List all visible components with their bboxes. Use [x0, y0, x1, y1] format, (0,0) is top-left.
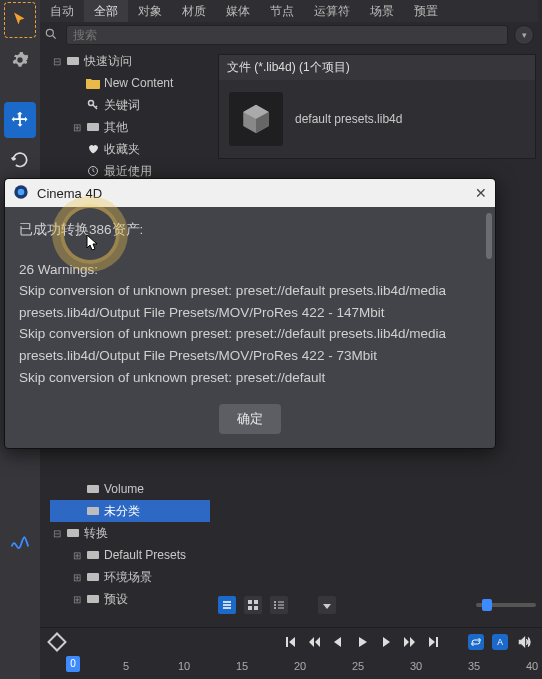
tree-item-favorites[interactable]: 收藏夹 — [50, 138, 210, 160]
tab-object[interactable]: 对象 — [128, 0, 172, 22]
close-icon[interactable]: ✕ — [475, 185, 487, 201]
dialog-titlebar[interactable]: Cinema 4D ✕ — [5, 179, 495, 207]
thumb-size-slider[interactable] — [476, 603, 536, 607]
autokey-icon[interactable]: A — [492, 634, 508, 650]
tree-root[interactable]: ⊟ 快速访问 — [50, 50, 210, 72]
box-icon — [86, 506, 100, 516]
settings-tool[interactable] — [4, 42, 36, 78]
key-icon — [86, 99, 100, 111]
box-icon — [86, 484, 100, 494]
tree-item-preset[interactable]: ⊞ 预设 — [50, 588, 210, 610]
view-grid-icon[interactable] — [244, 596, 262, 614]
expand-icon[interactable]: ⊞ — [72, 572, 82, 583]
tree-label: 其他 — [104, 119, 128, 136]
dialog-warning-line: Skip conversion of unknown preset: prese… — [19, 367, 481, 389]
category-tabs: 自动 全部 对象 材质 媒体 节点 运算符 场景 预置 — [40, 0, 538, 22]
sort-icon[interactable] — [318, 596, 336, 614]
tree-label: 未分类 — [104, 503, 140, 520]
svg-point-17 — [274, 601, 276, 603]
slider-knob[interactable] — [482, 599, 492, 611]
view-details-icon[interactable] — [270, 596, 288, 614]
tree-item-default-presets[interactable]: ⊞ Default Presets — [50, 544, 210, 566]
tree-item-uncategorized[interactable]: 未分类 — [50, 500, 210, 522]
tree-label: 环境场景 — [104, 569, 152, 586]
tab-auto[interactable]: 自动 — [40, 0, 84, 22]
sound-icon[interactable] — [516, 634, 532, 650]
svg-rect-15 — [248, 606, 252, 610]
tab-operator[interactable]: 运算符 — [304, 0, 360, 22]
box-icon — [86, 122, 100, 132]
file-panel-header: 文件 (*.lib4d) (1个项目) — [219, 55, 535, 80]
search-input[interactable] — [66, 25, 508, 45]
box-icon — [86, 550, 100, 560]
keyframe-icon[interactable] — [47, 632, 67, 652]
svg-point-19 — [274, 607, 276, 609]
tree-item-convert[interactable]: ⊟ 转换 — [50, 522, 210, 544]
tree-label: Default Presets — [104, 548, 186, 562]
select-tool[interactable] — [4, 2, 36, 38]
view-toolbar — [218, 594, 536, 616]
tree-item-env-scene[interactable]: ⊞ 环境场景 — [50, 566, 210, 588]
file-panel: 文件 (*.lib4d) (1个项目) default presets.lib4… — [218, 54, 536, 159]
goto-start-icon[interactable] — [282, 634, 298, 650]
expand-icon[interactable]: ⊞ — [72, 550, 82, 561]
svg-rect-12 — [87, 595, 99, 603]
dialog-warning-line: Skip conversion of unknown preset: prese… — [19, 280, 481, 323]
tree-item-keyword[interactable]: 关键词 — [50, 94, 210, 116]
svg-point-6 — [18, 188, 25, 195]
search-dropdown[interactable]: ▾ — [514, 25, 534, 45]
app-icon — [13, 184, 29, 203]
tree-item-volume[interactable]: Volume — [50, 478, 210, 500]
collapse-icon[interactable]: ⊟ — [52, 528, 62, 539]
tick: 35 — [468, 660, 480, 672]
tree-item-newcontent[interactable]: New Content — [50, 72, 210, 94]
file-label: default presets.lib4d — [295, 112, 402, 126]
tree-item-other[interactable]: ⊞ 其他 — [50, 116, 210, 138]
expand-icon[interactable]: ⊞ — [72, 122, 82, 133]
tab-all[interactable]: 全部 — [84, 0, 128, 22]
dialog-warning-line: Skip conversion of unknown preset: prese… — [19, 323, 481, 366]
next-frame-icon[interactable] — [378, 634, 394, 650]
loop-icon[interactable] — [468, 634, 484, 650]
timeline-ruler[interactable]: 0 5 10 15 20 25 30 35 40 — [40, 656, 542, 678]
file-item[interactable]: default presets.lib4d — [219, 80, 535, 158]
clock-icon — [86, 165, 100, 177]
tick: 15 — [236, 660, 248, 672]
tab-node[interactable]: 节点 — [260, 0, 304, 22]
tick: 10 — [178, 660, 190, 672]
tree-label: 快速访问 — [84, 53, 132, 70]
expand-icon[interactable]: ⊞ — [72, 594, 82, 605]
prev-key-icon[interactable] — [306, 634, 322, 650]
spline-tool[interactable] — [4, 523, 36, 559]
tab-preset[interactable]: 预置 — [404, 0, 448, 22]
svg-rect-3 — [87, 123, 99, 131]
tab-media[interactable]: 媒体 — [216, 0, 260, 22]
svg-rect-16 — [254, 606, 258, 610]
scrollbar-thumb[interactable] — [486, 213, 492, 259]
ok-button[interactable]: 确定 — [219, 404, 281, 434]
tick: 20 — [294, 660, 306, 672]
move-tool[interactable] — [4, 102, 36, 138]
rotate-tool[interactable] — [4, 142, 36, 178]
tick: 5 — [123, 660, 129, 672]
dialog-warnings-header: 26 Warnings: — [19, 259, 481, 281]
svg-rect-14 — [254, 600, 258, 604]
svg-text:A: A — [497, 637, 503, 647]
play-icon[interactable] — [354, 634, 370, 650]
dialog-footer: 确定 — [5, 394, 495, 448]
goto-end-icon[interactable] — [426, 634, 442, 650]
view-list-icon[interactable] — [218, 596, 236, 614]
collapse-icon[interactable]: ⊟ — [52, 56, 62, 67]
tab-material[interactable]: 材质 — [172, 0, 216, 22]
tick: 30 — [410, 660, 422, 672]
prev-frame-icon[interactable] — [330, 634, 346, 650]
svg-point-18 — [274, 604, 276, 606]
tree-label: 预设 — [104, 591, 128, 608]
timeline: A 0 5 10 15 20 25 30 35 40 — [40, 627, 542, 679]
next-key-icon[interactable] — [402, 634, 418, 650]
tab-scene[interactable]: 场景 — [360, 0, 404, 22]
tick: 40 — [526, 660, 538, 672]
dialog-summary: 已成功转换386资产: — [19, 219, 481, 241]
playhead[interactable]: 0 — [66, 656, 80, 672]
box-icon — [66, 528, 80, 538]
